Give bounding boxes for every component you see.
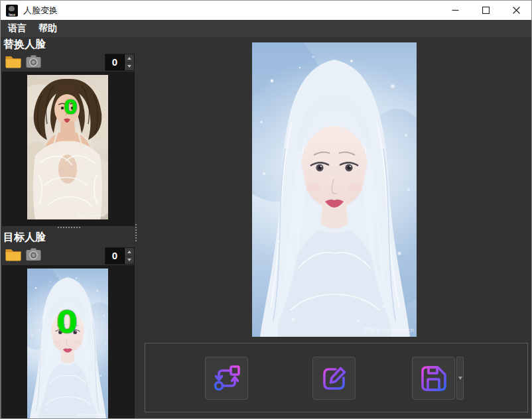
target-open-folder-button[interactable] [4,247,23,263]
app-icon-text: face [6,13,18,17]
save-button[interactable] [412,357,455,400]
source-face-index-spinbox: 0 [105,54,135,71]
edit-button[interactable] [312,357,356,400]
save-options-dropdown-button[interactable] [456,357,464,400]
maximize-icon [482,7,490,14]
target-face-thumbnail[interactable]: 0 慧眼AI huiyan-ai.cn [27,269,108,418]
target-camera-button[interactable] [24,247,42,263]
maximize-button[interactable] [470,1,501,20]
menu-item-help[interactable]: 帮助 [33,21,63,36]
main-content: 替换人脸 0 0 慧眼AI huiyan-ai.cn 目标人脸 [1,37,531,418]
swap-face-icon [212,364,241,393]
target-face-image [27,269,108,418]
target-face-index-badge: 0 [56,307,78,337]
source-spin-up-button[interactable] [125,54,134,62]
menu-item-language[interactable]: 语言 [2,21,33,36]
spin-arrows [124,54,134,70]
swap-face-button[interactable] [205,357,248,400]
chevron-down-icon [127,259,131,261]
chevron-up-icon [127,57,131,60]
minimize-button[interactable] [440,1,470,20]
window-controls [440,1,531,20]
minimize-icon [452,7,459,14]
source-open-folder-button[interactable] [4,54,23,70]
camera-icon [25,248,42,261]
horizontal-splitter-handle[interactable] [58,227,80,228]
watermark: 慧眼AI huiyan-ai.cn [77,213,105,217]
target-face-index-spinbox: 0 [105,247,135,265]
camera-icon [25,55,42,68]
result-preview: 慧眼AI huiyan-ai.cn [252,42,417,337]
spin-arrows [124,248,134,264]
source-face-list: 0 慧眼AI huiyan-ai.cn [2,72,135,226]
target-spin-down-button[interactable] [125,256,134,265]
chevron-down-icon [127,65,131,68]
result-image [252,42,417,337]
menubar: 语言 帮助 [1,20,531,37]
close-icon [513,7,520,14]
target-spin-up-button[interactable] [125,248,134,256]
chevron-up-icon [127,251,131,253]
save-icon [419,364,448,393]
action-toolbar [145,343,528,412]
vertical-splitter-handle[interactable] [135,224,137,241]
app-icon-face-glyph [9,6,15,11]
close-button[interactable] [501,1,531,20]
app-window: face 人脸变换 语言 帮助 替换人脸 0 [0,0,532,419]
watermark: 慧眼AI huiyan-ai.cn [77,412,105,416]
chevron-down-icon [458,377,462,380]
watermark: 慧眼AI huiyan-ai.cn [362,326,414,335]
edit-icon [320,364,349,393]
folder-icon [5,248,22,262]
target-face-list: 0 慧眼AI huiyan-ai.cn [2,265,135,418]
app-icon: face [6,5,18,17]
folder-icon [5,55,22,69]
source-spin-down-button[interactable] [125,62,134,71]
window-title: 人脸变换 [23,5,58,17]
target-panel-title: 目标人脸 [3,231,46,245]
target-face-index-value[interactable]: 0 [105,248,124,264]
source-panel-title: 替换人脸 [3,38,46,52]
titlebar: face 人脸变换 [1,1,531,20]
source-face-thumbnail[interactable]: 0 慧眼AI huiyan-ai.cn [27,75,108,219]
source-face-index-badge: 0 [64,97,78,117]
source-camera-button[interactable] [24,54,42,70]
source-face-index-value[interactable]: 0 [105,54,124,70]
